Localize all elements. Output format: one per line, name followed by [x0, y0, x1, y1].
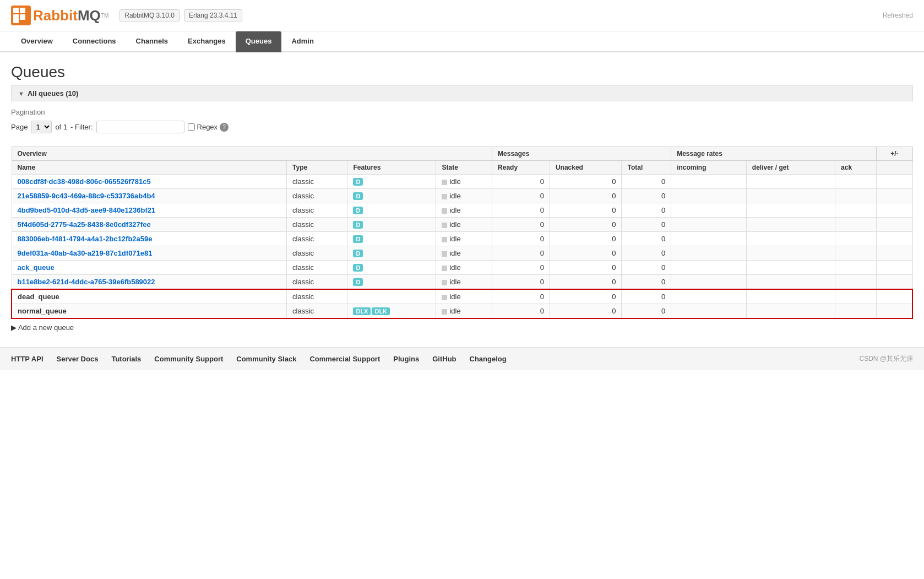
- page-content: Queues ▼ All queues (10) Pagination Page…: [0, 52, 924, 336]
- queue-extra-cell: [877, 304, 912, 319]
- nav-overview[interactable]: Overview: [11, 31, 63, 52]
- rabbitmq-logo-icon: [11, 6, 31, 25]
- all-queues-section-header[interactable]: ▼ All queues (10): [11, 85, 913, 101]
- nav-connections[interactable]: Connections: [63, 31, 126, 52]
- queue-name-cell: normal_queue: [12, 304, 287, 319]
- queue-total-cell: 0: [622, 289, 671, 304]
- queue-ready-cell: 0: [492, 189, 550, 203]
- queue-type-cell: classic: [287, 203, 347, 218]
- table-row[interactable]: dead_queueclassicidle000: [12, 289, 912, 304]
- state-icon: [442, 194, 447, 199]
- queue-name-cell: dead_queue: [12, 289, 287, 304]
- col-incoming: incoming: [671, 161, 747, 175]
- rabbitmq-version-badge: RabbitMQ 3.10.0: [119, 9, 180, 21]
- queue-name-link[interactable]: 883006eb-f481-4794-a4a1-2bc12fb2a59e: [18, 235, 153, 243]
- table-row[interactable]: 9def031a-40ab-4a30-a219-87c1df071e81clas…: [12, 246, 912, 261]
- queue-features-cell: D: [347, 189, 436, 203]
- queue-ready-cell: 0: [492, 261, 550, 275]
- queue-total-cell: 0: [622, 246, 671, 261]
- queue-extra-cell: [877, 246, 912, 261]
- queue-name-link[interactable]: 9def031a-40ab-4a30-a219-87c1df071e81: [18, 249, 153, 257]
- add-queue-label: ▶ Add a new queue: [11, 323, 74, 332]
- col-features: Features: [347, 161, 436, 175]
- footer-plugins[interactable]: Plugins: [393, 355, 419, 363]
- col-extra: [877, 161, 912, 175]
- queue-unacked-cell: 0: [550, 232, 622, 246]
- table-row[interactable]: ack_queueclassicDidle000: [12, 261, 912, 275]
- queue-type-cell: classic: [287, 275, 347, 290]
- footer-attribution: CSDN @其乐无涯: [859, 354, 913, 364]
- queue-name-link[interactable]: 4bd9bed5-010d-43d5-aee9-840e1236bf21: [18, 206, 156, 214]
- column-header-row: Name Type Features State Ready Unacked T…: [12, 161, 912, 175]
- queue-features-cell: D: [347, 218, 436, 232]
- queue-name-cell: 21e58859-9c43-469a-88c9-c533736ab4b4: [12, 189, 287, 203]
- queue-total-cell: 0: [622, 304, 671, 319]
- queue-ack-cell: [835, 289, 877, 304]
- table-row[interactable]: 883006eb-f481-4794-a4a1-2bc12fb2a59eclas…: [12, 232, 912, 246]
- queue-deliver-get-cell: [746, 232, 835, 246]
- table-row[interactable]: b11e8be2-621d-4ddc-a765-39e6fb589022clas…: [12, 275, 912, 290]
- footer-commercial-support[interactable]: Commercial Support: [309, 355, 380, 363]
- regex-checkbox[interactable]: [188, 123, 195, 131]
- queue-name-link[interactable]: b11e8be2-621d-4ddc-a765-39e6fb589022: [18, 278, 155, 286]
- queue-type-cell: classic: [287, 232, 347, 246]
- nav-exchanges[interactable]: Exchanges: [178, 31, 236, 52]
- queue-incoming-cell: [671, 232, 747, 246]
- queue-ready-cell: 0: [492, 218, 550, 232]
- queue-deliver-get-cell: [746, 246, 835, 261]
- queue-total-cell: 0: [622, 203, 671, 218]
- pagination-section: Pagination Page 1 of 1 - Filter: Regex ?: [11, 101, 913, 140]
- queue-name-link[interactable]: 21e58859-9c43-469a-88c9-c533736ab4b4: [18, 192, 155, 200]
- header: RabbitMQTM RabbitMQ 3.10.0 Erlang 23.3.4…: [0, 0, 924, 31]
- footer-server-docs[interactable]: Server Docs: [57, 355, 99, 363]
- nav-admin[interactable]: Admin: [281, 31, 323, 52]
- filter-input[interactable]: [96, 121, 184, 133]
- queue-features-cell: D: [347, 232, 436, 246]
- queue-name-link[interactable]: normal_queue: [18, 307, 67, 315]
- queue-features-cell: D: [347, 175, 436, 189]
- queue-extra-cell: [877, 203, 912, 218]
- nav-queues[interactable]: Queues: [236, 31, 282, 52]
- queue-extra-cell: [877, 218, 912, 232]
- queue-incoming-cell: [671, 189, 747, 203]
- table-row[interactable]: 21e58859-9c43-469a-88c9-c533736ab4b4clas…: [12, 189, 912, 203]
- logo-mq: MQ: [78, 7, 101, 24]
- queue-features-cell: D: [347, 203, 436, 218]
- table-row[interactable]: 5f4d605d-2775-4a25-8438-8e0cdf327feeclas…: [12, 218, 912, 232]
- queue-incoming-cell: [671, 218, 747, 232]
- state-icon: [442, 180, 447, 185]
- footer-community-support[interactable]: Community Support: [154, 355, 223, 363]
- queue-name-cell: 883006eb-f481-4794-a4a1-2bc12fb2a59e: [12, 232, 287, 246]
- queue-ready-cell: 0: [492, 246, 550, 261]
- queue-type-cell: classic: [287, 289, 347, 304]
- queue-name-link[interactable]: dead_queue: [18, 293, 59, 301]
- queue-deliver-get-cell: [746, 189, 835, 203]
- footer-community-slack[interactable]: Community Slack: [236, 355, 296, 363]
- queue-ready-cell: 0: [492, 175, 550, 189]
- state-icon: [442, 223, 447, 228]
- table-row[interactable]: normal_queueclassicDLXDLKidle000: [12, 304, 912, 319]
- table-row[interactable]: 4bd9bed5-010d-43d5-aee9-840e1236bf21clas…: [12, 203, 912, 218]
- queue-name-link[interactable]: 5f4d605d-2775-4a25-8438-8e0cdf327fee: [18, 220, 151, 229]
- plusminus-button[interactable]: +/-: [877, 147, 912, 161]
- footer-http-api[interactable]: HTTP API: [11, 355, 44, 363]
- queue-type-cell: classic: [287, 261, 347, 275]
- section-title: All queues (10): [28, 89, 78, 98]
- queue-name-link[interactable]: 008cdf8f-dc38-498d-806c-065526f781c5: [18, 177, 151, 186]
- queue-state-cell: idle: [436, 232, 492, 246]
- queue-deliver-get-cell: [746, 304, 835, 319]
- footer-tutorials[interactable]: Tutorials: [111, 355, 141, 363]
- pagination-controls: Page 1 of 1 - Filter: Regex ?: [11, 121, 913, 133]
- section-arrow-icon: ▼: [18, 90, 24, 97]
- footer-changelog[interactable]: Changelog: [470, 355, 507, 363]
- add-queue-section[interactable]: ▶ Add a new queue: [11, 319, 913, 336]
- queue-ready-cell: 0: [492, 232, 550, 246]
- queue-name-link[interactable]: ack_queue: [18, 263, 55, 272]
- page-select[interactable]: 1: [31, 121, 52, 133]
- queue-total-cell: 0: [622, 261, 671, 275]
- table-row[interactable]: 008cdf8f-dc38-498d-806c-065526f781c5clas…: [12, 175, 912, 189]
- nav-channels[interactable]: Channels: [126, 31, 178, 52]
- footer-github[interactable]: GitHub: [432, 355, 456, 363]
- help-icon[interactable]: ?: [220, 123, 229, 132]
- svg-rect-3: [13, 14, 19, 23]
